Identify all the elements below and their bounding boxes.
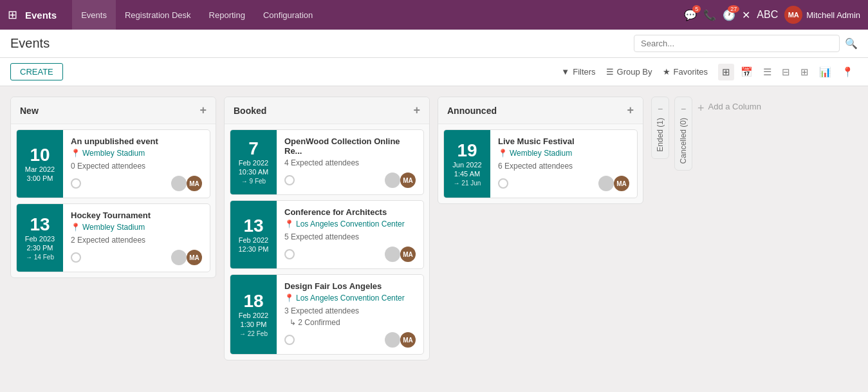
card-confirmed: ↳ 2 Confirmed xyxy=(290,318,416,327)
avatar-user: MA xyxy=(614,176,629,191)
card-time: 10:30 AM xyxy=(239,168,268,176)
create-button[interactable]: CREATE xyxy=(10,63,63,80)
chat-icon[interactable]: 💬 5 xyxy=(684,9,697,21)
card-title: Conference for Architects xyxy=(284,207,416,217)
card-to: → 14 Feb xyxy=(26,254,54,261)
card-month: Feb 2023 xyxy=(25,235,55,243)
table-view-button[interactable]: ⊟ xyxy=(778,64,794,80)
clock-icon[interactable]: 🕐 27 xyxy=(723,9,735,21)
chart-view-button[interactable]: 📊 xyxy=(815,64,835,80)
close-icon[interactable]: ✕ xyxy=(742,9,750,21)
event-card[interactable]: 7 Feb 2022 10:30 AM → 9 Feb OpenWood Col… xyxy=(230,129,424,195)
status-dot[interactable] xyxy=(71,252,81,263)
map-view-button[interactable]: 📍 xyxy=(838,64,858,80)
collapse-icon[interactable]: − xyxy=(681,104,686,114)
event-card[interactable]: 13 Feb 2022 12:30 PM Conference for Arch… xyxy=(230,200,424,269)
avatar-gray xyxy=(171,176,187,191)
nav-registration-desk[interactable]: Registration Desk xyxy=(116,0,200,30)
avatar-gray xyxy=(385,173,400,188)
card-footer: MA xyxy=(284,173,416,188)
card-date-block: 10 Mar 2022 3:00 PM xyxy=(17,130,63,198)
event-card[interactable]: 19 Jun 2022 1:45 AM → 21 Jun Live Music … xyxy=(443,129,638,198)
status-dot[interactable] xyxy=(284,249,295,259)
card-title: An unpublished event xyxy=(71,136,202,146)
event-card[interactable]: 13 Feb 2023 2:30 PM → 14 Feb Hockey Tour… xyxy=(16,203,210,272)
calendar-view-button[interactable]: 📅 xyxy=(737,64,757,80)
card-attendees: 5 Expected attendees xyxy=(284,232,416,241)
event-card[interactable]: 10 Mar 2022 3:00 PM An unpublished event… xyxy=(16,129,210,198)
top-navigation: ⊞ Events Events Registration Desk Report… xyxy=(0,0,868,30)
add-column-plus-icon: + xyxy=(697,102,705,115)
card-attendees: 2 Expected attendees xyxy=(71,236,202,245)
group-by-icon: ☰ xyxy=(606,67,614,77)
card-time: 2:30 PM xyxy=(27,244,53,252)
avatar-user: MA xyxy=(400,173,416,188)
card-day: 7 xyxy=(248,140,259,158)
card-month: Feb 2022 xyxy=(239,159,268,167)
avatar-user: MA xyxy=(187,176,202,191)
card-footer: MA xyxy=(71,250,202,265)
column-header-new: New+ xyxy=(11,97,216,124)
card-avatars: MA xyxy=(171,176,202,191)
card-title: OpenWood Collection Online Re... xyxy=(284,136,416,156)
pin-icon: 📍 xyxy=(284,294,294,303)
card-time: 3:00 PM xyxy=(27,174,53,182)
nav-events[interactable]: Events xyxy=(72,0,116,30)
search-input[interactable] xyxy=(634,35,840,52)
nav-right-icons: 💬 5 📞 🕐 27 ✕ ABC MA Mitchell Admin xyxy=(684,6,860,24)
pin-icon: 📍 xyxy=(284,219,294,229)
card-to: → 21 Jun xyxy=(454,180,481,187)
status-dot[interactable] xyxy=(71,178,81,189)
card-attendees: 3 Expected attendees xyxy=(284,306,416,315)
column-title: Booked xyxy=(234,106,266,116)
event-card[interactable]: 18 Feb 2022 1:30 PM → 22 Feb Design Fair… xyxy=(230,274,424,355)
kanban-area: New+ 10 Mar 2022 3:00 PM An unpublished … xyxy=(0,86,868,389)
card-location: 📍Wembley Stadium xyxy=(498,149,629,158)
status-dot[interactable] xyxy=(284,175,295,185)
card-date-block: 13 Feb 2023 2:30 PM → 14 Feb xyxy=(17,204,63,272)
search-button[interactable]: 🔍 xyxy=(845,37,858,50)
nav-configuration[interactable]: Configuration xyxy=(254,0,322,30)
card-avatars: MA xyxy=(598,176,629,191)
card-avatars: MA xyxy=(385,173,416,188)
add-column-area[interactable]: + Add a Column xyxy=(697,97,826,115)
list-view-button[interactable]: ☰ xyxy=(759,64,775,80)
toolbar: CREATE ▼ Filters ☰ Group By ★ Favorites … xyxy=(0,58,868,86)
card-attendees: 0 Expected attendees xyxy=(71,162,202,171)
app-name: Events xyxy=(25,10,57,21)
card-body: OpenWood Collection Online Re... 4 Expec… xyxy=(277,130,423,194)
add-column-label: Add a Column xyxy=(708,102,761,111)
card-time: 1:30 PM xyxy=(241,321,267,328)
status-dot[interactable] xyxy=(284,335,295,345)
avatar-gray xyxy=(598,176,614,191)
card-body: Design Fair Los Angeles 📍Los Angeles Con… xyxy=(277,275,423,354)
star-icon: ★ xyxy=(663,67,670,77)
card-month: Feb 2022 xyxy=(239,236,268,244)
pin-icon: 📍 xyxy=(498,149,508,158)
phone-icon[interactable]: 📞 xyxy=(703,9,716,21)
card-day: 13 xyxy=(243,217,263,235)
card-month: Feb 2022 xyxy=(239,312,268,319)
grid-icon[interactable]: ⊞ xyxy=(8,8,17,22)
add-card-button[interactable]: + xyxy=(627,104,634,117)
collapse-icon[interactable]: − xyxy=(658,104,663,114)
nav-reporting[interactable]: Reporting xyxy=(200,0,254,30)
favorites-button[interactable]: ★ Favorites xyxy=(663,67,708,77)
card-location: 📍Los Angeles Convention Center xyxy=(284,219,416,229)
avatar-gray xyxy=(385,332,400,348)
group-by-button[interactable]: ☰ Group By xyxy=(606,67,652,77)
vertical-column-ended[interactable]: − Ended (1) xyxy=(651,97,669,159)
filters-button[interactable]: ▼ Filters xyxy=(561,67,595,77)
card-date-block: 13 Feb 2022 12:30 PM xyxy=(230,201,277,268)
card-title: Live Music Festival xyxy=(498,136,629,146)
pivot-view-button[interactable]: ⊞ xyxy=(797,64,813,80)
add-card-button[interactable]: + xyxy=(413,104,420,117)
vertical-column-cancelled[interactable]: − Cancelled (0) xyxy=(674,97,692,171)
card-body: Live Music Festival 📍Wembley Stadium 6 E… xyxy=(490,130,637,198)
card-day: 13 xyxy=(30,216,50,234)
user-menu[interactable]: MA Mitchell Admin xyxy=(784,6,860,24)
status-dot[interactable] xyxy=(498,178,508,189)
add-card-button[interactable]: + xyxy=(199,104,207,117)
kanban-view-button[interactable]: ⊞ xyxy=(718,64,734,80)
kanban-column-announced: Announced+ 19 Jun 2022 1:45 AM → 21 Jun … xyxy=(438,97,643,204)
